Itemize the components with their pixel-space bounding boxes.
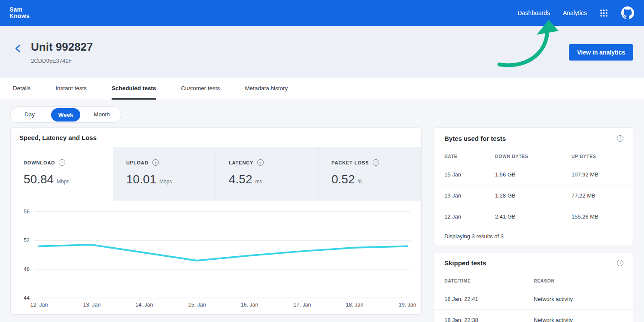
- page-title: Unit 992827: [31, 40, 93, 54]
- download-trend-svg: [11, 200, 421, 315]
- cell-down: 1.56 GB: [495, 171, 571, 178]
- github-mark-icon: [621, 6, 634, 19]
- upload-info-icon[interactable]: i: [152, 159, 159, 166]
- cell-up: 77.22 MB: [571, 192, 623, 199]
- tab-instant-tests[interactable]: Instant tests: [55, 78, 87, 100]
- cell-down: 1.28 GB: [495, 192, 571, 199]
- chart-card-title: Speed, Latency and Loss: [19, 134, 97, 141]
- upload-value: 10.01: [126, 173, 156, 186]
- col-date: DATE: [444, 154, 495, 159]
- cell-datetime: 18 Jan, 22:38: [444, 317, 534, 322]
- period-month[interactable]: Month: [84, 107, 120, 122]
- cell-date: 13 Jan: [444, 192, 495, 199]
- apps-grid-icon[interactable]: [600, 9, 608, 17]
- metric-tile-latency[interactable]: LATENCY i 4.52 ms: [216, 147, 319, 200]
- download-label: DOWNLOAD: [24, 160, 55, 165]
- user-avatar[interactable]: [621, 6, 635, 20]
- view-in-analytics-button[interactable]: View in analytics: [569, 44, 633, 61]
- cell-date: 12 Jan: [444, 213, 495, 220]
- cell-reason: Network activity: [534, 296, 623, 302]
- table-row: 12 Jan 2.41 GB 155.26 MB: [434, 206, 633, 227]
- col-reason: REASON: [534, 278, 623, 283]
- skipped-tests-card: Skipped tests i DATE/TIME REASON 18 Jan,…: [434, 252, 633, 322]
- speed-latency-loss-card: Speed, Latency and Loss DOWNLOAD i 50.84…: [10, 128, 422, 315]
- latency-value: 4.52: [229, 173, 252, 186]
- unit-header: Unit 992827 2CDD95E3741F View in analyti…: [0, 26, 644, 78]
- bytes-table-header: DATE DOWN BYTES UP BYTES: [434, 149, 633, 164]
- tab-scheduled-tests[interactable]: Scheduled tests: [112, 78, 156, 100]
- download-trend-chart: 56 52 48 44 12. Jan 13. Jan 14. Jan 15. …: [11, 200, 421, 315]
- cell-datetime: 18 Jan, 22:41: [444, 296, 534, 302]
- bytes-card-title: Bytes used for tests: [444, 135, 506, 142]
- latency-label: LATENCY: [229, 160, 253, 165]
- packet-loss-value: 0.52: [331, 173, 355, 186]
- metric-tile-download[interactable]: DOWNLOAD i 50.84 Mbps: [11, 147, 113, 200]
- table-row: 18 Jan, 22:41 Network activity: [434, 289, 633, 310]
- upload-unit: Mbps: [159, 179, 172, 185]
- tab-details[interactable]: Details: [13, 78, 30, 100]
- upload-label: UPLOAD: [126, 160, 149, 165]
- bytes-results-count: Displaying 3 results of 3: [434, 227, 633, 246]
- cell-reason: Network activity: [534, 317, 623, 322]
- top-nav-links: Dashboards Analytics: [517, 6, 635, 20]
- ytick-56: 56: [11, 207, 30, 216]
- metric-tile-packet-loss[interactable]: PACKET LOSS i 0.52 %: [319, 147, 421, 200]
- xtick-13-jan: 13. Jan: [75, 302, 109, 308]
- skipped-info-icon[interactable]: i: [617, 260, 623, 266]
- latency-info-icon[interactable]: i: [257, 159, 264, 166]
- nav-analytics[interactable]: Analytics: [563, 9, 587, 16]
- col-up-bytes: UP BYTES: [571, 154, 623, 159]
- table-row: 13 Jan 1.28 GB 77.22 MB: [434, 185, 633, 206]
- nav-dashboards[interactable]: Dashboards: [517, 9, 550, 16]
- unit-tabs: Details Instant tests Scheduled tests Cu…: [0, 78, 644, 100]
- xtick-18-jan: 18. Jan: [337, 302, 372, 308]
- table-row: 15 Jan 1.56 GB 107.92 MB: [434, 164, 633, 185]
- samknows-logo[interactable]: Sam Knows: [9, 6, 30, 19]
- ytick-44: 44: [11, 294, 30, 302]
- download-info-icon[interactable]: i: [59, 159, 65, 166]
- xtick-12-jan: 12. Jan: [22, 302, 56, 308]
- period-toggle: Day Week Month: [10, 106, 121, 123]
- skipped-card-title: Skipped tests: [444, 259, 486, 267]
- metric-tile-upload[interactable]: UPLOAD i 10.01 Mbps: [113, 147, 216, 200]
- xtick-19-jan: 19. Jan: [390, 302, 425, 308]
- col-down-bytes: DOWN BYTES: [495, 154, 571, 159]
- packet-loss-label: PACKET LOSS: [331, 160, 369, 165]
- download-value: 50.84: [24, 173, 54, 186]
- period-week[interactable]: Week: [51, 108, 80, 122]
- metric-tiles: DOWNLOAD i 50.84 Mbps UPLOAD i 10.01 Mbp…: [11, 147, 421, 200]
- cell-down: 2.41 GB: [495, 213, 571, 220]
- ytick-52: 52: [11, 236, 30, 245]
- ytick-48: 48: [11, 265, 30, 273]
- tab-customer-tests[interactable]: Customer tests: [181, 78, 220, 100]
- skipped-table-header: DATE/TIME REASON: [434, 273, 633, 289]
- cell-up: 155.26 MB: [571, 213, 623, 220]
- packet-loss-info-icon[interactable]: i: [373, 159, 379, 166]
- period-day[interactable]: Day: [12, 107, 48, 122]
- table-row: 18 Jan, 22:38 Network activity: [434, 310, 633, 322]
- scheduled-tests-content: Day Week Month Speed, Latency and Loss D…: [0, 100, 644, 322]
- cell-date: 15 Jan: [444, 171, 495, 178]
- unit-identifier: 2CDD95E3741F: [31, 58, 93, 64]
- back-button[interactable]: [13, 43, 24, 54]
- bytes-info-icon[interactable]: i: [617, 135, 623, 142]
- top-navigation-bar: Sam Knows Dashboards Analytics: [0, 0, 644, 26]
- xtick-16-jan: 16. Jan: [232, 302, 267, 308]
- logo-line1: Sam: [9, 6, 30, 13]
- logo-line2: Knows: [9, 13, 30, 19]
- bytes-used-card: Bytes used for tests i DATE DOWN BYTES U…: [434, 128, 633, 245]
- col-datetime: DATE/TIME: [444, 278, 534, 283]
- xtick-17-jan: 17. Jan: [285, 302, 319, 308]
- xtick-15-jan: 15. Jan: [180, 302, 214, 308]
- tab-metadata-history[interactable]: Metadata history: [245, 78, 288, 100]
- cell-up: 107.92 MB: [571, 171, 623, 178]
- download-unit: Mbps: [57, 179, 69, 185]
- packet-loss-unit: %: [358, 179, 363, 185]
- latency-unit: ms: [255, 179, 262, 185]
- xtick-14-jan: 14. Jan: [127, 302, 161, 308]
